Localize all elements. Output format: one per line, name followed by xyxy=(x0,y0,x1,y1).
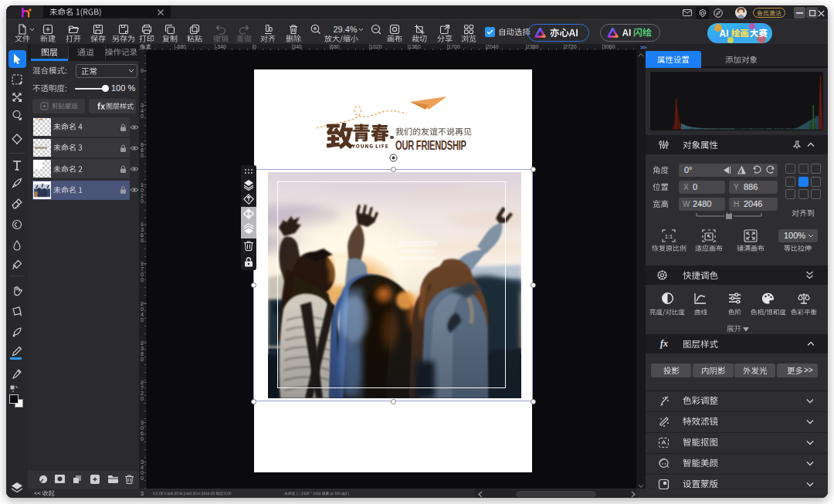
svg-text:1:1: 1:1 xyxy=(665,233,673,240)
